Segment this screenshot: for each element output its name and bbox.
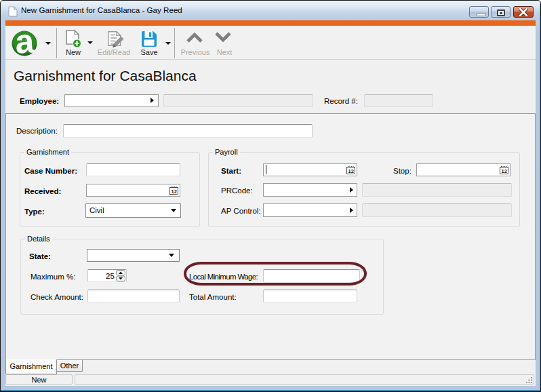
svg-text:a: a <box>14 30 36 57</box>
svg-text:12: 12 <box>502 168 507 174</box>
svg-text:12: 12 <box>348 168 354 174</box>
svg-text:12: 12 <box>172 189 177 195</box>
